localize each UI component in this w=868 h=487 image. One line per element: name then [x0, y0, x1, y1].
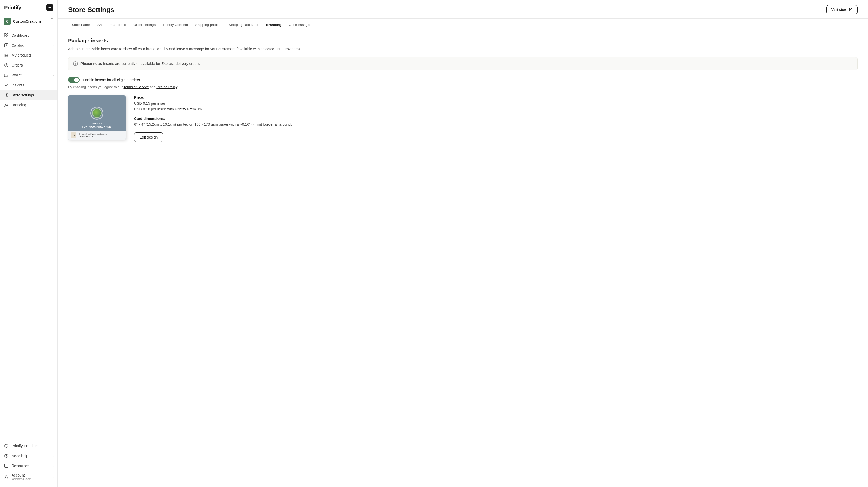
account-icon	[4, 474, 9, 479]
tab-printify-connect[interactable]: Printify Connect	[159, 19, 191, 30]
sidebar-item-orders[interactable]: Orders	[0, 60, 57, 70]
sidebar-item-wallet[interactable]: Wallet ›	[0, 70, 57, 80]
visit-store-label: Visit store	[831, 8, 847, 12]
price-label: Price:	[134, 95, 858, 99]
sidebar-item-account[interactable]: Account john@mail.com ›	[0, 471, 57, 483]
tab-branding[interactable]: Branding	[262, 19, 285, 30]
sidebar-item-label: Wallet	[11, 73, 50, 77]
sidebar-item-dashboard[interactable]: Dashboard	[0, 30, 57, 40]
sidebar-item-label: Catalog	[11, 43, 50, 47]
terms-of-service-link[interactable]: Terms of Service	[124, 85, 149, 89]
main-nav: Dashboard Catalog › My products Orders	[0, 28, 57, 112]
store-selector[interactable]: C CustomCreations ⌃⌄	[0, 14, 57, 28]
svg-point-16	[5, 476, 7, 477]
refund-policy-link[interactable]: Refund Policy	[156, 85, 177, 89]
notice-box: i Please note: Inserts are currently una…	[68, 57, 858, 70]
chevron-right-icon: ›	[53, 73, 54, 77]
settings-tabs: Store name Ship from address Order setti…	[68, 19, 858, 30]
card-preview-image: THANKSFOR YOUR PURCHASE! ✿ Enjoy 15% off…	[68, 95, 126, 140]
toggle-label: Enable inserts for all eligible orders.	[83, 78, 141, 82]
sidebar-item-label: Resources	[11, 464, 50, 468]
main-content: Store Settings Visit store Store name Sh…	[58, 0, 868, 487]
price-line-1: USD 0.15 per insert	[134, 101, 858, 106]
sidebar-item-label: Dashboard	[11, 33, 54, 37]
chevron-right-icon: ›	[53, 43, 54, 47]
dashboard-icon	[4, 33, 9, 38]
topbar: Store Settings Visit store	[58, 0, 868, 19]
sidebar-item-my-products[interactable]: My products	[0, 50, 57, 60]
store-settings-icon	[4, 92, 9, 98]
info-icon: i	[73, 61, 78, 66]
card-stamp-icon: ✿	[71, 132, 76, 138]
sidebar-item-store-settings[interactable]: Store settings	[0, 90, 57, 100]
insights-icon	[4, 83, 9, 88]
content-area: Store name Ship from address Order setti…	[58, 19, 868, 142]
tab-gift-messages[interactable]: Gift messages	[285, 19, 315, 30]
selected-print-providers-link[interactable]: selected print providers	[260, 47, 299, 51]
store-icon: C	[4, 18, 11, 25]
card-section: THANKSFOR YOUR PURCHASE! ✿ Enjoy 15% off…	[68, 95, 858, 142]
page-title: Store Settings	[68, 6, 114, 14]
chevron-right-icon: ›	[53, 464, 54, 468]
sidebar-item-label: Printify Premium	[11, 444, 54, 448]
notice-text: Please note: Inserts are currently unava…	[81, 61, 200, 66]
sidebar-item-label: Need help?	[11, 454, 50, 458]
card-promo-text: Enjoy 15% off your next order: THANKYOU1…	[79, 133, 106, 138]
add-store-button[interactable]: +	[46, 4, 53, 11]
branding-icon	[4, 102, 9, 108]
external-link-icon	[849, 8, 852, 11]
card-thanks-text: THANKSFOR YOUR PURCHASE!	[82, 122, 112, 128]
svg-rect-0	[4, 34, 6, 35]
sidebar-item-resources[interactable]: Resources ›	[0, 461, 57, 471]
products-icon	[4, 53, 9, 58]
chevron-right-icon: ›	[53, 475, 54, 479]
brand-logo: Printify	[4, 5, 21, 11]
price-section: Price: USD 0.15 per insert USD 0.10 per …	[134, 95, 858, 112]
toggle-row: Enable inserts for all eligible orders.	[68, 77, 858, 83]
resources-icon	[4, 463, 9, 468]
sidebar-item-label: My products	[11, 53, 54, 57]
catalog-icon	[4, 43, 9, 48]
visit-store-button[interactable]: Visit store	[826, 5, 858, 14]
tab-ship-from[interactable]: Ship from address	[94, 19, 130, 30]
svg-rect-9	[4, 74, 8, 77]
printify-premium-link[interactable]: Printify Premium	[175, 107, 202, 111]
logo-area: Printify +	[0, 0, 57, 14]
inserts-toggle[interactable]	[68, 77, 80, 83]
account-email: john@mail.com	[11, 477, 50, 481]
sidebar-item-insights[interactable]: Insights	[0, 80, 57, 90]
sidebar-item-label: Insights	[11, 83, 54, 87]
section-description: Add a customizable insert card to show o…	[68, 46, 858, 52]
svg-point-12	[5, 454, 8, 458]
sidebar-item-branding[interactable]: Branding	[0, 100, 57, 110]
sidebar-item-label: Account	[11, 473, 50, 477]
help-icon	[4, 453, 9, 458]
sidebar-item-label: Store settings	[11, 93, 54, 97]
sidebar-item-printify-premium[interactable]: Printify Premium	[0, 441, 57, 451]
chevron-right-icon: ›	[53, 454, 54, 458]
sidebar: Printify + C CustomCreations ⌃⌄ Dashboar…	[0, 0, 58, 487]
tab-order-settings[interactable]: Order settings	[130, 19, 159, 30]
sidebar-item-catalog[interactable]: Catalog ›	[0, 40, 57, 50]
wallet-icon	[4, 72, 9, 78]
svg-rect-3	[6, 36, 8, 37]
sidebar-item-label: Branding	[11, 103, 54, 107]
sidebar-item-need-help[interactable]: Need help? ›	[0, 451, 57, 461]
sidebar-bottom-nav: Printify Premium Need help? › Resources …	[0, 439, 57, 483]
globe-icon	[90, 106, 103, 120]
svg-rect-2	[4, 36, 6, 37]
store-name-label: CustomCreations	[13, 20, 49, 23]
tab-shipping-profiles[interactable]: Shipping profiles	[191, 19, 225, 30]
card-bottom-section: ✿ Enjoy 15% off your next order: THANKYO…	[68, 131, 126, 140]
section-title: Package inserts	[68, 38, 858, 44]
edit-design-button[interactable]: Edit design	[134, 132, 163, 142]
dimensions-section: Card dimensions: 6" x 4" (15.2cm x 10.1c…	[134, 117, 858, 127]
card-info: Price: USD 0.15 per insert USD 0.10 per …	[134, 95, 858, 142]
price-line-2: USD 0.10 per insert with Printify Premiu…	[134, 106, 858, 112]
premium-icon	[4, 443, 9, 449]
tab-shipping-calculator[interactable]: Shipping calculator	[225, 19, 262, 30]
dimensions-label: Card dimensions:	[134, 117, 858, 121]
svg-point-10	[6, 95, 7, 96]
chevron-updown-icon: ⌃⌄	[51, 17, 54, 25]
tab-store-name[interactable]: Store name	[68, 19, 94, 30]
